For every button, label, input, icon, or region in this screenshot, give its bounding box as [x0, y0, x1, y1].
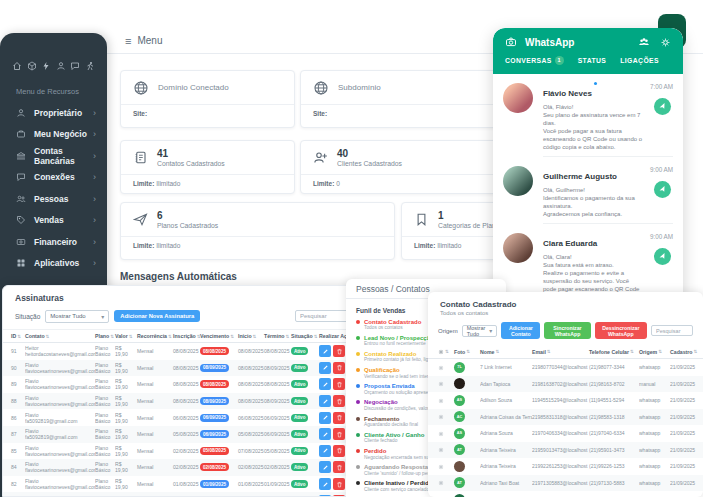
- table-row[interactable]: Adriana Teixeira 21992261253@localhost (…: [428, 458, 703, 475]
- column-header-settings[interactable]: ⇅: [438, 349, 454, 355]
- edit-button[interactable]: [319, 445, 331, 457]
- table-row[interactable]: AT Adriana Teixeira 21959013473@localhos…: [428, 442, 703, 459]
- edit-button[interactable]: [319, 428, 331, 440]
- row-gear-icon[interactable]: [438, 398, 444, 404]
- column-header[interactable]: ID⇅: [11, 333, 25, 339]
- table-row[interactable]: 84 Flavioflaviocesarinoneves@gmail.com P…: [3, 459, 361, 476]
- chat-list-item[interactable]: Flávio Neves 7:00 AM Olá, Flávio! Seu pl…: [493, 74, 683, 157]
- column-header[interactable]: Vencimento⇅: [200, 333, 238, 339]
- bolt-icon[interactable]: [41, 61, 51, 71]
- table-row[interactable]: 82 Flavioflaviocesarinoneves@gmail.com P…: [3, 476, 361, 493]
- table-row[interactable]: 91 Heitorheitordacostaneves@gmail.com Pl…: [3, 343, 361, 360]
- send-icon[interactable]: [654, 181, 671, 198]
- table-row[interactable]: 88 Flavioflaviocesarinoneves@gmail.com P…: [3, 393, 361, 410]
- row-gear-icon[interactable]: [438, 381, 444, 387]
- hamburger-menu-icon[interactable]: ≡: [125, 35, 131, 47]
- tab-ligacoes[interactable]: LIGAÇÕES: [620, 57, 659, 64]
- column-header[interactable]: Cadastro⇅: [670, 349, 703, 355]
- row-gear-icon[interactable]: [438, 480, 444, 486]
- delete-button[interactable]: [333, 378, 345, 390]
- bank-icon: [16, 151, 26, 161]
- row-gear-icon[interactable]: [438, 447, 444, 453]
- top-menu-label[interactable]: Menu: [137, 35, 162, 46]
- column-header[interactable]: Email⇅: [532, 349, 589, 355]
- row-gear-icon[interactable]: [438, 365, 444, 371]
- user-icon[interactable]: [56, 61, 66, 71]
- column-header[interactable]: Término⇅: [264, 333, 291, 339]
- row-gear-icon[interactable]: [438, 464, 444, 470]
- sidebar-item-proprietario[interactable]: Proprietário›: [0, 102, 107, 124]
- contatos-search-input[interactable]: [651, 325, 693, 336]
- delete-button[interactable]: [333, 412, 345, 424]
- tab-status[interactable]: STATUS: [578, 57, 607, 64]
- table-row[interactable]: AG Agil Empréstimo 3525736800@localhost …: [428, 491, 703, 497]
- column-header[interactable]: Recorrência⇅: [137, 333, 173, 339]
- column-header[interactable]: Valor⇅: [115, 333, 137, 339]
- sidebar-item-conexoes[interactable]: Conexões›: [0, 167, 107, 189]
- sidebar-item-meu-negocio[interactable]: Meu Negócio›: [0, 124, 107, 146]
- column-header[interactable]: Inscrição⇅: [173, 333, 200, 339]
- sidebar-item-contas-bancarias[interactable]: Contas Bancárias›: [0, 145, 107, 167]
- edit-button[interactable]: [319, 345, 331, 357]
- edit-button[interactable]: [319, 412, 331, 424]
- chat-list-item[interactable]: Guilherme Augusto 9:00 AM Olá, Guilherme…: [493, 157, 683, 224]
- cell-inicio: 01/08/2025: [238, 481, 264, 487]
- home-icon[interactable]: [12, 61, 22, 71]
- column-header[interactable]: Início⇅: [238, 333, 264, 339]
- table-row[interactable]: 7L 7 Link Internet 21980770344@localhost…: [428, 359, 703, 376]
- delete-button[interactable]: [333, 395, 345, 407]
- column-header[interactable]: Foto⇅: [454, 349, 480, 355]
- column-header[interactable]: Telefone Celular⇅: [589, 349, 639, 355]
- table-row[interactable]: AS Adriana Souza 21970406334@localhost (…: [428, 425, 703, 442]
- box-icon[interactable]: [27, 61, 37, 71]
- situacao-filter-select[interactable]: Mostrar Tudo▾: [45, 310, 109, 323]
- table-row[interactable]: 90 Flavioflaviocesarinoneves@gmail.com P…: [3, 360, 361, 377]
- delete-button[interactable]: [333, 478, 345, 490]
- edit-button[interactable]: [319, 378, 331, 390]
- gear-icon[interactable]: [660, 37, 671, 48]
- column-header[interactable]: Situação⇅: [291, 333, 319, 339]
- table-row[interactable]: AT Adriano Taxi Boat 21971305883@localho…: [428, 475, 703, 492]
- delete-button[interactable]: [333, 445, 345, 457]
- edit-button[interactable]: [319, 395, 331, 407]
- group-icon[interactable]: [638, 36, 650, 48]
- column-header[interactable]: Nome⇅: [480, 349, 532, 355]
- row-gear-icon[interactable]: [438, 431, 444, 437]
- delete-button[interactable]: [333, 461, 345, 473]
- edit-button[interactable]: [319, 461, 331, 473]
- camera-icon[interactable]: [505, 36, 517, 48]
- delete-button[interactable]: [333, 345, 345, 357]
- sidebar-item-financeiro[interactable]: Financeiro›: [0, 231, 107, 253]
- table-row[interactable]: AC Adriana Coisas da Terra 21985831318@l…: [428, 409, 703, 426]
- table-row[interactable]: Adan Tapioca 21981638702@localhost (21)9…: [428, 376, 703, 393]
- runner-icon[interactable]: [85, 61, 95, 71]
- table-row[interactable]: 85 Flavioflaviocesarinoneves@gmail.com P…: [3, 443, 361, 460]
- table-row[interactable]: 87 Flaviofa5092819@gmail.com Plano Básic…: [3, 426, 361, 443]
- table-row[interactable]: AS Adilson Souza 11945515294@localhost (…: [428, 392, 703, 409]
- row-gear-icon[interactable]: [438, 414, 444, 420]
- column-header[interactable]: Origem⇅: [639, 349, 670, 355]
- delete-button[interactable]: [333, 362, 345, 374]
- delete-button[interactable]: [333, 428, 345, 440]
- send-icon[interactable]: [654, 248, 671, 265]
- edit-button[interactable]: [319, 362, 331, 374]
- adicionar-assinatura-button[interactable]: Adicionar Nova Assinatura: [114, 310, 200, 322]
- table-row[interactable]: 89 Flavioflaviocesarinoneves@gmail.com P…: [3, 376, 361, 393]
- sidebar-item-vendas[interactable]: Vendas›: [0, 210, 107, 232]
- origem-filter-select[interactable]: Mostrar Tudo▾: [462, 325, 498, 337]
- sincronizar-whatsapp-button[interactable]: Sincronizar WhatsApp: [544, 322, 590, 339]
- dessincronizar-whatsapp-button[interactable]: Dessincronizar WhatsApp: [595, 322, 647, 339]
- column-header[interactable]: Plano⇅: [95, 333, 115, 339]
- vencimento-badge: 08/08/2025: [200, 347, 229, 355]
- assinaturas-search-input[interactable]: [295, 310, 349, 322]
- edit-button[interactable]: [319, 478, 331, 490]
- table-row[interactable]: 83 Flavioflaviocesarinoneves@gmail.com P…: [3, 492, 361, 497]
- table-row[interactable]: 86 Flaviofa5092819@gmail.com Plano Básic…: [3, 409, 361, 426]
- column-header[interactable]: Contato⇅: [25, 333, 95, 339]
- adicionar-contato-button[interactable]: Adicionar Contato: [501, 322, 540, 339]
- send-icon[interactable]: [654, 98, 671, 115]
- sidebar-item-aplicativos[interactable]: Aplicativos›: [0, 253, 107, 275]
- sidebar-item-pessoas[interactable]: Pessoas›: [0, 188, 107, 210]
- tab-conversas[interactable]: CONVERSAS1: [505, 56, 564, 65]
- chat-icon[interactable]: [70, 61, 80, 71]
